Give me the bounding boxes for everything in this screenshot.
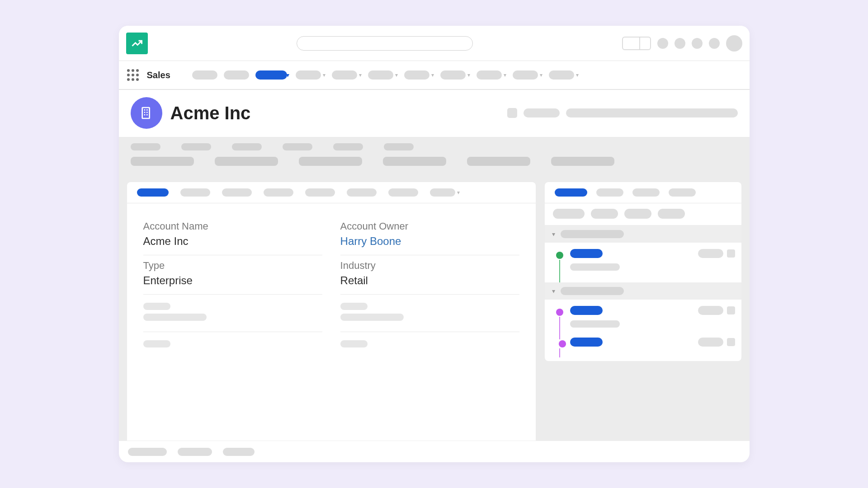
tab-item[interactable] bbox=[180, 188, 210, 197]
highlight-label bbox=[232, 143, 262, 150]
utility-item[interactable] bbox=[128, 448, 167, 456]
timeline-section-header[interactable]: ▾ bbox=[545, 225, 741, 243]
timeline-action[interactable] bbox=[727, 338, 735, 346]
tab-overflow[interactable]: ▾ bbox=[430, 188, 460, 197]
account-icon bbox=[131, 97, 162, 129]
highlight-value bbox=[131, 157, 194, 166]
timeline-item[interactable] bbox=[555, 306, 735, 338]
user-avatar[interactable] bbox=[726, 35, 742, 52]
owner-link[interactable]: Harry Boone bbox=[340, 235, 519, 248]
svg-rect-1 bbox=[144, 109, 145, 111]
nav-item-active[interactable]: ▾ bbox=[255, 70, 289, 80]
timeline-action[interactable] bbox=[727, 306, 735, 314]
highlight-value bbox=[551, 157, 614, 166]
nav-item-10[interactable]: ▾ bbox=[513, 70, 542, 80]
topbar bbox=[119, 26, 750, 61]
timeline-title bbox=[570, 249, 603, 258]
topbar-action-3[interactable] bbox=[692, 38, 703, 49]
record-title: Acme Inc bbox=[170, 103, 251, 123]
tab-item[interactable] bbox=[264, 188, 293, 197]
timeline-item[interactable] bbox=[555, 338, 735, 356]
nav-app-name: Sales bbox=[147, 70, 170, 80]
chevron-down-icon: ▾ bbox=[552, 230, 555, 238]
nav-items: ▾ ▾ ▾ ▾ ▾ ▾ ▾ ▾ ▾ bbox=[192, 70, 579, 80]
header-action-button[interactable] bbox=[507, 108, 517, 118]
nav-item-1[interactable] bbox=[192, 70, 217, 80]
topbar-action-2[interactable] bbox=[675, 38, 685, 49]
filter-chip[interactable] bbox=[658, 209, 685, 219]
highlight-value bbox=[383, 157, 446, 166]
nav-item-2[interactable] bbox=[224, 70, 249, 80]
timeline-subtext bbox=[570, 320, 620, 328]
field-label: Account Name bbox=[143, 221, 322, 232]
field-placeholder bbox=[340, 332, 519, 358]
nav-item-6[interactable]: ▾ bbox=[368, 70, 398, 80]
timeline-title bbox=[570, 306, 603, 315]
filter-chip[interactable] bbox=[553, 209, 585, 219]
nav-item-9[interactable]: ▾ bbox=[476, 70, 506, 80]
tab-item[interactable] bbox=[347, 188, 377, 197]
app-launcher-icon[interactable] bbox=[127, 69, 139, 81]
highlight-label bbox=[333, 143, 363, 150]
timeline-meta bbox=[698, 249, 723, 258]
timeline-section-header[interactable]: ▾ bbox=[545, 282, 741, 300]
topbar-action-4[interactable] bbox=[709, 38, 720, 49]
activity-tab[interactable] bbox=[632, 188, 660, 197]
highlight-label bbox=[384, 143, 414, 150]
utility-item[interactable] bbox=[178, 448, 212, 456]
nav-item-5[interactable]: ▾ bbox=[332, 70, 362, 80]
global-search-input[interactable] bbox=[297, 36, 473, 51]
highlight-value bbox=[299, 157, 362, 166]
activity-filters bbox=[545, 203, 741, 225]
nav-item-11[interactable]: ▾ bbox=[549, 70, 579, 80]
highlight-value bbox=[215, 157, 278, 166]
timeline bbox=[545, 300, 741, 357]
svg-rect-0 bbox=[142, 108, 149, 118]
field-industry: Industry Retail bbox=[340, 255, 519, 295]
svg-rect-5 bbox=[144, 114, 145, 116]
chevron-down-icon: ▾ bbox=[552, 287, 555, 295]
field-label: Account Owner bbox=[340, 221, 519, 232]
activity-tab[interactable] bbox=[596, 188, 623, 197]
activity-tab[interactable] bbox=[669, 188, 696, 197]
field-placeholder bbox=[143, 332, 322, 358]
tab-active[interactable] bbox=[137, 188, 169, 197]
nav-item-8[interactable]: ▾ bbox=[440, 70, 470, 80]
svg-rect-2 bbox=[146, 109, 148, 111]
filter-chip[interactable] bbox=[624, 209, 651, 219]
record-header: Acme Inc bbox=[119, 90, 750, 137]
highlight-label bbox=[181, 143, 211, 150]
timeline-action[interactable] bbox=[727, 249, 735, 258]
highlights-panel bbox=[119, 137, 750, 174]
header-action-pill[interactable] bbox=[524, 108, 560, 117]
navbar: Sales ▾ ▾ ▾ ▾ ▾ ▾ ▾ ▾ ▾ bbox=[119, 61, 750, 90]
header-action-bar[interactable] bbox=[566, 108, 738, 117]
timeline bbox=[545, 243, 741, 282]
app-logo[interactable] bbox=[126, 33, 148, 54]
nav-item-7[interactable]: ▾ bbox=[404, 70, 434, 80]
field-value: Acme Inc bbox=[143, 235, 322, 248]
section-title-placeholder bbox=[561, 287, 624, 295]
nav-item-4[interactable]: ▾ bbox=[296, 70, 326, 80]
field-account-owner: Account Owner Harry Boone bbox=[340, 216, 519, 255]
tab-item[interactable] bbox=[388, 188, 418, 197]
svg-rect-6 bbox=[146, 114, 148, 116]
timeline-dot-icon bbox=[559, 340, 566, 347]
highlight-value bbox=[467, 157, 530, 166]
utility-item[interactable] bbox=[223, 448, 255, 456]
timeline-title bbox=[570, 338, 603, 347]
topbar-action-1[interactable] bbox=[657, 38, 668, 49]
utility-bar bbox=[119, 441, 750, 462]
activity-tab-active[interactable] bbox=[555, 188, 587, 197]
tab-item[interactable] bbox=[305, 188, 335, 197]
highlight-label bbox=[283, 143, 312, 150]
filter-chip[interactable] bbox=[591, 209, 618, 219]
field-value: Retail bbox=[340, 274, 519, 287]
timeline-dot-icon bbox=[556, 309, 563, 316]
activity-tabs bbox=[545, 182, 741, 203]
timeline-dot-icon bbox=[556, 252, 563, 259]
field-account-name: Account Name Acme Inc bbox=[143, 216, 322, 255]
view-toggle[interactable] bbox=[622, 37, 651, 50]
timeline-item[interactable] bbox=[555, 249, 735, 281]
tab-item[interactable] bbox=[222, 188, 252, 197]
